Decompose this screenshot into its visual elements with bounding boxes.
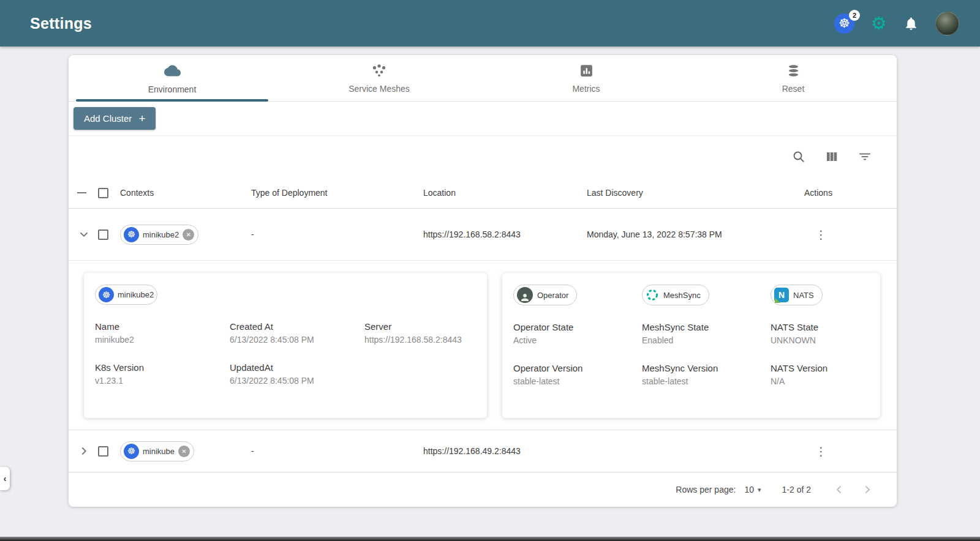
settings-gear-icon[interactable]: ⚙ xyxy=(871,15,887,32)
field-nats-version: NATS Version N/A xyxy=(771,363,880,386)
add-cluster-row: Add Cluster + xyxy=(69,102,897,136)
tab-reset[interactable]: Reset xyxy=(690,55,897,101)
context-count-badge: 2 xyxy=(849,10,860,21)
context-chip-label: minikube2 xyxy=(143,230,179,239)
field-server: Server https://192.168.58.2:8443 xyxy=(364,321,487,345)
cell-last-discovery: Monday, June 13, 2022 8:57:38 PM xyxy=(587,229,804,239)
context-chip-minikube[interactable]: ☸ minikube ✕ xyxy=(120,441,194,461)
cell-type: - xyxy=(251,446,423,456)
app-bar-actions: ☸ 2 ⚙ xyxy=(834,12,959,35)
column-header-last-discovery: Last Discovery xyxy=(587,188,804,198)
tab-environment-label: Environment xyxy=(148,84,197,94)
tab-service-meshes[interactable]: Service Meshes xyxy=(276,55,483,101)
chevron-right-icon[interactable] xyxy=(77,444,98,458)
kubernetes-icon: ☸ xyxy=(124,227,139,242)
detail-context-chip[interactable]: ☸ minikube2 xyxy=(95,285,157,305)
table-row: ☸ minikube ✕ - https://192.168.49.2:8443… xyxy=(69,430,897,472)
expanded-detail-panel: ☸ minikube2 Name minikube2 Created At 6/… xyxy=(69,261,897,430)
tab-metrics-label: Metrics xyxy=(572,84,600,94)
caret-down-icon: ▾ xyxy=(758,486,761,494)
table-row: ☸ minikube2 ✕ - https://192.168.58.2:844… xyxy=(69,209,897,261)
field-meshsync-state: MeshSync State Enabled xyxy=(642,322,771,345)
settings-page: Settings ☸ 2 ⚙ Environment xyxy=(0,0,980,541)
kubernetes-icon: ☸ xyxy=(124,444,139,459)
chevron-left-icon: ‹ xyxy=(4,474,7,483)
cell-type: - xyxy=(251,229,423,239)
collapse-all-icon[interactable] xyxy=(77,192,86,193)
field-meshsync-version: MeshSync Version stable-latest xyxy=(642,363,771,386)
meshsync-chip[interactable]: MeshSync xyxy=(642,285,709,305)
mesh-icon xyxy=(371,62,387,81)
view-columns-icon[interactable] xyxy=(824,149,839,164)
plus-icon: + xyxy=(138,112,145,125)
search-icon[interactable] xyxy=(791,149,806,164)
cluster-detail-card: ☸ minikube2 Name minikube2 Created At 6/… xyxy=(84,273,487,418)
tab-reset-label: Reset xyxy=(782,84,805,94)
window-bottom-edge xyxy=(0,537,980,541)
active-tab-indicator xyxy=(76,99,268,102)
pagination-range: 1-2 of 2 xyxy=(782,485,811,494)
detail-context-chip-label: minikube2 xyxy=(118,290,154,299)
app-bar: Settings ☸ 2 ⚙ xyxy=(0,0,980,47)
field-updated-at: UpdatedAt 6/13/2022 8:45:08 PM xyxy=(230,362,364,386)
service-fields: Operator State Active MeshSync State Ena… xyxy=(513,322,880,386)
settings-tabs: Environment Service Meshes Metrics Res xyxy=(69,55,897,102)
tab-metrics[interactable]: Metrics xyxy=(483,55,690,101)
field-nats-state: NATS State UNKNOWN xyxy=(771,322,880,345)
column-header-contexts: Contexts xyxy=(120,188,251,198)
table-header-row: Contexts Type of Deployment Location Las… xyxy=(69,177,897,209)
field-k8s-version: K8s Version v1.23.1 xyxy=(95,362,230,386)
service-chips: Operator MeshSync xyxy=(513,285,880,305)
cell-location: https://192.168.49.2:8443 xyxy=(423,446,587,456)
field-operator-version: Operator Version stable-latest xyxy=(513,363,642,386)
context-chip-label: minikube xyxy=(143,447,175,456)
row-checkbox[interactable] xyxy=(98,446,108,457)
column-header-location: Location xyxy=(423,188,587,198)
notifications-bell-icon[interactable] xyxy=(903,16,919,31)
select-all-checkbox[interactable] xyxy=(98,188,108,198)
filter-icon[interactable] xyxy=(858,149,872,164)
operator-icon xyxy=(517,287,533,303)
page-title: Settings xyxy=(30,15,92,32)
cloud-icon xyxy=(164,62,181,81)
bar-chart-icon xyxy=(579,63,594,81)
cell-location: https://192.168.58.2:8443 xyxy=(423,229,587,239)
chevron-down-icon[interactable] xyxy=(77,228,98,241)
kubernetes-icon: ☸ xyxy=(99,287,114,302)
field-created-at: Created At 6/13/2022 8:45:08 PM xyxy=(230,321,364,345)
cluster-fields: Name minikube2 Created At 6/13/2022 8:45… xyxy=(95,321,487,386)
rows-per-page-label: Rows per page: xyxy=(676,485,736,494)
settings-card: Environment Service Meshes Metrics Res xyxy=(69,55,897,507)
add-cluster-button[interactable]: Add Cluster + xyxy=(74,107,156,130)
row-actions-menu-icon[interactable]: ⋮ xyxy=(815,228,825,242)
database-icon xyxy=(786,63,801,81)
remove-context-icon[interactable]: ✕ xyxy=(183,229,194,241)
add-cluster-label: Add Cluster xyxy=(84,113,132,124)
row-actions-menu-icon[interactable]: ⋮ xyxy=(815,444,825,458)
table-pagination: Rows per page: 10 ▾ 1-2 of 2 xyxy=(69,472,897,507)
tab-environment[interactable]: Environment xyxy=(69,55,276,101)
tab-service-meshes-label: Service Meshes xyxy=(349,84,410,94)
nats-icon: N xyxy=(774,288,789,302)
remove-context-icon[interactable]: ✕ xyxy=(178,446,190,457)
table-toolbar xyxy=(69,136,897,177)
next-page-icon[interactable] xyxy=(860,482,875,497)
context-chip-minikube2[interactable]: ☸ minikube2 ✕ xyxy=(120,225,198,245)
field-name: Name minikube2 xyxy=(95,321,230,345)
services-detail-card: Operator MeshSync xyxy=(502,273,880,418)
column-header-type: Type of Deployment xyxy=(251,188,423,198)
kubernetes-contexts-icon[interactable]: ☸ 2 xyxy=(834,13,854,34)
sidebar-collapse-handle[interactable]: ‹ xyxy=(0,467,10,490)
user-avatar[interactable] xyxy=(935,12,959,35)
column-header-actions: Actions xyxy=(804,188,897,198)
previous-page-icon[interactable] xyxy=(832,482,846,497)
field-operator-state: Operator State Active xyxy=(513,322,642,345)
rows-per-page-select[interactable]: 10 ▾ xyxy=(744,485,761,494)
meshsync-icon xyxy=(646,288,659,302)
kubernetes-wheel-icon: ☸ xyxy=(839,16,850,31)
nats-chip[interactable]: N NATS xyxy=(771,285,823,305)
row-checkbox[interactable] xyxy=(98,229,108,240)
operator-chip[interactable]: Operator xyxy=(513,285,577,305)
